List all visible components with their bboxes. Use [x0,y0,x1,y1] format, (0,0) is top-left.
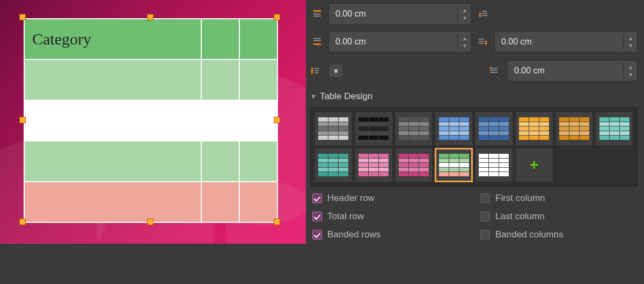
table-design-section-header[interactable]: ▼ Table Design [310,91,638,102]
table-cell[interactable] [239,100,277,141]
first-line-indent-input[interactable] [508,66,623,76]
properties-sidebar: ▴▾ ▴▾ ▴▾ ▾ [306,0,644,284]
style-pink[interactable] [355,148,392,182]
style-amber[interactable] [556,112,593,145]
total-row-checkbox[interactable]: Total row [312,211,470,222]
table-cell[interactable] [239,182,277,222]
banded-rows-checkbox[interactable]: Banded rows [312,229,470,240]
table-cell[interactable]: Category [24,19,201,59]
svg-rect-4 [482,11,487,12]
selection-handle[interactable] [274,219,280,225]
selection-handle[interactable] [19,14,26,20]
add-style-button[interactable]: + [516,148,553,182]
increase-button[interactable]: ▴ [624,34,637,42]
first-line-indent-field[interactable]: ▴▾ [507,60,638,81]
checkbox-icon [312,230,322,240]
svg-rect-2 [313,16,321,17]
table-cell[interactable] [201,19,239,59]
svg-rect-10 [479,39,484,40]
style-dark-grey[interactable] [396,112,433,145]
style-sea-green[interactable] [315,148,352,182]
svg-rect-14 [311,68,313,74]
style-green[interactable] [435,148,472,182]
table-style-gallery: + [310,107,638,186]
space-below-icon [310,31,324,53]
svg-rect-20 [490,72,497,73]
checkbox-icon [480,230,490,240]
checkbox-icon [480,193,490,203]
checkbox-icon [312,212,322,221]
svg-rect-19 [490,70,497,71]
space-below-input[interactable] [329,37,457,47]
svg-rect-1 [313,13,321,14]
space-above-input[interactable] [329,9,457,19]
table-cell[interactable] [239,141,277,182]
svg-rect-9 [313,43,321,45]
header-row-checkbox[interactable]: Header row [312,193,470,204]
decrease-button[interactable]: ▾ [624,42,637,49]
svg-rect-0 [313,10,321,12]
table-cell[interactable] [201,100,239,141]
checkbox-icon [480,212,490,221]
slide-canvas[interactable]: Category [0,0,306,244]
svg-rect-7 [313,38,321,39]
checkbox-label: Banded columns [495,229,564,240]
table-cell[interactable] [24,100,201,141]
checkbox-label: First column [495,193,545,204]
style-blue[interactable] [435,112,472,145]
svg-rect-12 [479,43,484,44]
table-cell[interactable] [201,59,239,100]
svg-rect-13 [485,41,487,45]
checkbox-label: Header row [327,193,375,204]
style-default-grey[interactable] [315,112,352,145]
selection-handle[interactable] [147,14,153,20]
space-below-field[interactable]: ▴▾ [328,31,472,53]
svg-rect-5 [482,13,487,14]
last-column-checkbox[interactable]: Last column [480,211,638,222]
selection-handle[interactable] [274,14,280,20]
svg-rect-8 [313,40,321,41]
svg-rect-21 [490,67,492,69]
style-white-outline[interactable] [475,148,513,182]
increase-button[interactable]: ▴ [624,63,637,71]
selection-handle[interactable] [19,117,26,123]
style-orange[interactable] [516,112,553,145]
checkbox-label: Total row [327,211,364,222]
table-cell[interactable] [24,141,201,182]
inserted-table[interactable]: Category [24,18,278,223]
increase-button[interactable]: ▴ [458,6,471,14]
table-cell[interactable] [24,59,201,100]
increase-button[interactable]: ▴ [458,34,471,42]
banded-columns-checkbox[interactable]: Banded columns [480,229,638,240]
style-magenta[interactable] [396,148,433,182]
selection-handle[interactable] [147,219,153,225]
checkbox-label: Last column [495,211,545,222]
decrease-button[interactable]: ▾ [458,14,471,21]
line-spacing-dropdown[interactable]: ▾ [328,64,343,78]
selection-handle[interactable] [274,117,280,123]
svg-rect-6 [482,15,487,16]
indent-right-input[interactable] [495,37,623,47]
svg-rect-18 [492,68,497,69]
indent-right-field[interactable]: ▴▾ [494,31,638,53]
checkbox-label: Banded rows [327,229,380,240]
collapse-triangle-icon: ▼ [310,93,317,100]
svg-rect-15 [314,68,319,69]
table-cell[interactable] [239,59,277,100]
style-teal[interactable] [596,112,633,145]
selection-handle[interactable] [19,219,26,225]
space-above-field[interactable]: ▴▾ [328,3,472,25]
style-black[interactable] [355,112,392,145]
table-cell[interactable] [201,141,239,182]
checkbox-icon [312,193,322,203]
style-navy[interactable] [475,112,513,145]
decrease-button[interactable]: ▾ [624,71,637,78]
section-title: Table Design [320,91,372,102]
decrease-button[interactable]: ▾ [458,42,471,49]
table-cell[interactable] [24,182,201,222]
first-line-indent-icon [489,66,503,76]
indent-left-icon [476,3,490,25]
table-cell[interactable] [201,182,239,222]
table-cell[interactable] [239,19,277,59]
first-column-checkbox[interactable]: First column [480,193,638,204]
